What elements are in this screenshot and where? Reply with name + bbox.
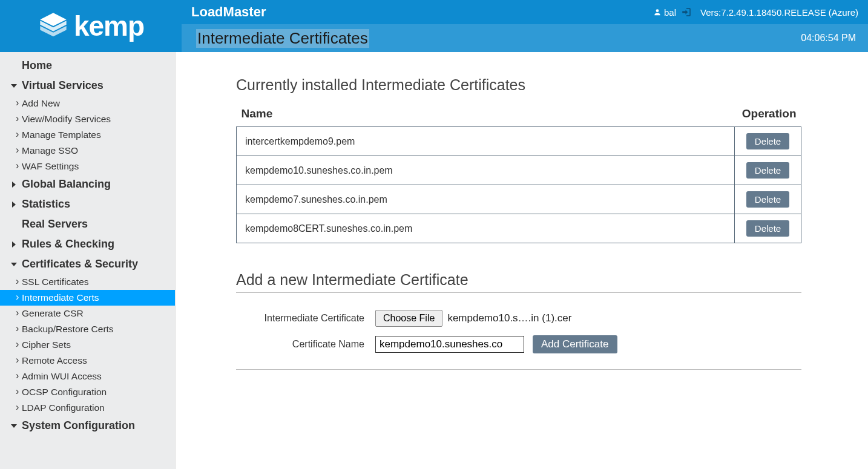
- nav-remote-access[interactable]: Remote Access: [0, 353, 175, 369]
- col-name-header: Name: [237, 105, 735, 127]
- table-row: kempdemo7.suneshes.co.in.pem Delete: [237, 185, 801, 214]
- table-row: kempdemo10.suneshes.co.in.pem Delete: [237, 156, 801, 185]
- chosen-file-name: kempdemo10.s….in (1).cer: [447, 312, 571, 324]
- name-row: Certificate Name Add Certificate: [236, 335, 801, 353]
- nav-generate-csr[interactable]: Generate CSR: [0, 306, 175, 321]
- nav-certificates-security[interactable]: Certificates & Security: [0, 254, 175, 274]
- body-wrap: Home Virtual Services Add New View/Modif…: [0, 52, 868, 469]
- nav-vs-view-modify[interactable]: View/Modify Services: [0, 111, 175, 127]
- nav-intermediate-certs[interactable]: Intermediate Certs: [0, 290, 175, 306]
- user-icon: [653, 8, 662, 16]
- nav-home[interactable]: Home: [0, 56, 175, 76]
- cert-name-input[interactable]: [375, 336, 524, 353]
- logout-icon[interactable]: [681, 7, 692, 18]
- certs-table: Name Operation intercertkempdemo9.pem De…: [236, 105, 801, 243]
- header-row-top: LoadMaster bal Vers:7.2.49.1.18450.RELEA…: [182, 0, 868, 24]
- sidebar: Home Virtual Services Add New View/Modif…: [0, 52, 176, 469]
- add-certificate-button[interactable]: Add Certificate: [533, 335, 617, 353]
- nav-virtual-services[interactable]: Virtual Services: [0, 76, 175, 96]
- nav-global-balancing[interactable]: Global Balancing: [0, 174, 175, 194]
- table-row: kempdemo8CERT.suneshes.co.in.pem Delete: [237, 214, 801, 243]
- nav-ocsp[interactable]: OCSP Configuration: [0, 384, 175, 400]
- file-label: Intermediate Certificate: [236, 313, 375, 324]
- username: bal: [664, 7, 676, 18]
- nav-vs-sso[interactable]: Manage SSO: [0, 143, 175, 159]
- nav-vs-waf[interactable]: WAF Settings: [0, 159, 175, 174]
- nav-vs-add-new[interactable]: Add New: [0, 96, 175, 111]
- cert-name-cell: kempdemo8CERT.suneshes.co.in.pem: [237, 214, 735, 243]
- table-row: intercertkempdemo9.pem Delete: [237, 127, 801, 156]
- file-row: Intermediate Certificate Choose File kem…: [236, 310, 801, 327]
- brand-logo: kemp: [0, 0, 182, 52]
- installed-certs-heading: Currently installed Intermediate Certifi…: [236, 76, 801, 94]
- nav-ldap[interactable]: LDAP Configuration: [0, 400, 175, 416]
- delete-button[interactable]: Delete: [746, 133, 789, 149]
- kemp-logo-icon: [38, 10, 69, 42]
- nav-backup-restore[interactable]: Backup/Restore Certs: [0, 321, 175, 337]
- cert-name-cell: kempdemo7.suneshes.co.in.pem: [237, 185, 735, 214]
- add-cert-form: Intermediate Certificate Choose File kem…: [236, 299, 801, 370]
- product-name: LoadMaster: [191, 4, 266, 20]
- brand-text: kemp: [74, 10, 144, 42]
- nav-ssl-certs[interactable]: SSL Certificates: [0, 274, 175, 290]
- version-string: Vers:7.2.49.1.18450.RELEASE (Azure): [700, 7, 858, 18]
- choose-file-button[interactable]: Choose File: [375, 310, 442, 327]
- page-time: 04:06:54 PM: [801, 33, 856, 44]
- nav-cipher-sets[interactable]: Cipher Sets: [0, 337, 175, 353]
- nav-rules-checking[interactable]: Rules & Checking: [0, 234, 175, 254]
- delete-button[interactable]: Delete: [746, 191, 789, 208]
- nav-real-servers[interactable]: Real Servers: [0, 214, 175, 234]
- nav-statistics[interactable]: Statistics: [0, 194, 175, 214]
- name-label: Certificate Name: [236, 339, 375, 350]
- svg-point-3: [656, 9, 659, 12]
- page-title: Intermediate Certificates: [196, 29, 369, 48]
- delete-button[interactable]: Delete: [746, 220, 789, 237]
- nav-system-config[interactable]: System Configuration: [0, 416, 175, 436]
- top-header: kemp LoadMaster bal Vers:7.2.49.1.18450.…: [0, 0, 868, 52]
- header-row-sub: Intermediate Certificates 04:06:54 PM: [182, 24, 868, 52]
- add-cert-heading: Add a new Intermediate Certificate: [236, 271, 801, 293]
- main-content: Currently installed Intermediate Certifi…: [176, 52, 868, 469]
- delete-button[interactable]: Delete: [746, 162, 789, 179]
- cert-name-cell: kempdemo10.suneshes.co.in.pem: [237, 156, 735, 185]
- header-info: bal Vers:7.2.49.1.18450.RELEASE (Azure): [653, 7, 858, 18]
- nav-admin-wui[interactable]: Admin WUI Access: [0, 369, 175, 384]
- col-operation-header: Operation: [735, 105, 801, 127]
- header-right: LoadMaster bal Vers:7.2.49.1.18450.RELEA…: [182, 0, 868, 52]
- nav-vs-templates[interactable]: Manage Templates: [0, 127, 175, 143]
- add-cert-section: Add a new Intermediate Certificate Inter…: [236, 271, 801, 370]
- cert-name-cell: intercertkempdemo9.pem: [237, 127, 735, 156]
- user-block[interactable]: bal: [653, 7, 692, 18]
